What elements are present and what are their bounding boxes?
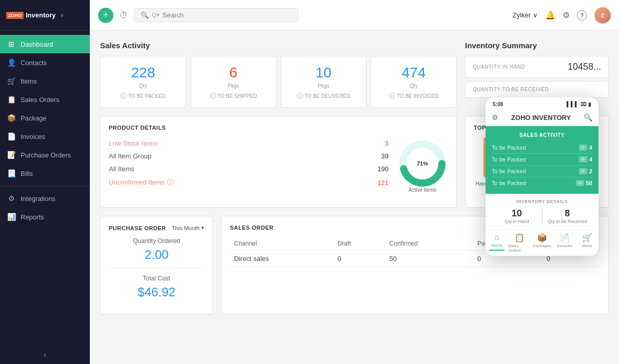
- so-col-channel: Channel: [230, 237, 334, 251]
- mobile-header: ⚙ ZOHO INVENTORY 🔍: [486, 109, 598, 126]
- sales-orders-icon: 📋: [7, 95, 15, 104]
- sidebar-item-purchase-orders[interactable]: 📝 Purchase Orders: [0, 146, 90, 164]
- so-channel: Direct sales: [230, 251, 334, 267]
- mobile-sales-count-2: 2: [589, 168, 592, 174]
- search-input[interactable]: [163, 11, 292, 19]
- mobile-nav-home[interactable]: ⌂ Home: [486, 233, 508, 253]
- mobile-items-icon: 🛒: [582, 233, 592, 242]
- activity-card-to-be-invoiced: 474 Qty ⊙ TO BE INVOICED: [371, 56, 457, 108]
- sidebar-item-contacts[interactable]: 👤 Contacts: [0, 53, 90, 72]
- settings-icon[interactable]: ⚙: [563, 10, 570, 20]
- pd-row-all-item-group: All Item Group 39: [109, 150, 389, 163]
- shipped-sublabel: ⊙ TO BE SHIPPED: [210, 93, 257, 99]
- low-stock-value: 3: [385, 139, 389, 147]
- logo: ZOHO Inventory ∨: [6, 11, 64, 19]
- sidebar-item-dashboard[interactable]: ⊞ Dashboard: [0, 35, 90, 53]
- help-icon[interactable]: ?: [577, 10, 587, 21]
- mobile-items-label: Items: [582, 244, 592, 248]
- dashboard-icon: ⊞: [7, 40, 15, 48]
- mobile-app-name: ZOHO INVENTORY: [511, 114, 571, 122]
- add-icon: +: [103, 10, 109, 21]
- all-item-group-label: All Item Group: [109, 152, 151, 160]
- mobile-sales-section: SALES ACTIVITY To be Packed ⊟ 4 To be Pa…: [486, 126, 598, 194]
- mobile-gear-icon[interactable]: ⚙: [492, 113, 498, 122]
- mobile-nav-invoices[interactable]: 📄 Invoices: [553, 233, 576, 253]
- qty-to-receive-label: QUANTITY TO BE RECEIVED: [473, 87, 549, 92]
- mobile-time: 5:08: [493, 102, 503, 107]
- mobile-inv-qty-hand: 10 Qty in Hand: [492, 208, 542, 224]
- user-menu[interactable]: Zylker ∨: [513, 11, 538, 19]
- avatar[interactable]: Z: [594, 7, 611, 24]
- mobile-signal: ▍▍▍ ⌧ ▮: [567, 102, 591, 107]
- invoiced-icon: ⊙: [389, 93, 395, 99]
- mobile-nav-active-indicator: [489, 250, 505, 251]
- package-icon: 📦: [7, 114, 15, 122]
- qty-in-hand-label: QUANTITY IN HAND: [473, 64, 525, 70]
- so-confirmed: 50: [385, 251, 473, 267]
- mobile-sales-count-1: 4: [589, 156, 592, 163]
- sidebar-item-items[interactable]: 🛒 Items: [0, 72, 90, 90]
- po-period[interactable]: This Month ▾: [172, 225, 204, 231]
- sidebar-item-integrations[interactable]: ⚙ Integrations: [0, 189, 90, 208]
- activity-card-to-be-delivered: 10 Pkgs ⊙ TO BE DELIVERED: [281, 56, 367, 108]
- mobile-badge-icon-1: ⊟: [579, 156, 587, 163]
- contacts-icon: 👤: [7, 58, 15, 67]
- po-period-label: This Month: [172, 225, 200, 231]
- signal-bars: ▍▍▍: [567, 102, 579, 107]
- product-details-content: Low Stock Items 3 All Item Group 39 All …: [109, 137, 448, 190]
- sidebar-item-invoices[interactable]: 📄 Invoices: [0, 127, 90, 146]
- packed-unit: Qty: [139, 83, 147, 89]
- notification-bell[interactable]: 🔔: [545, 10, 555, 20]
- add-button[interactable]: +: [98, 8, 113, 23]
- sidebar-item-package[interactable]: 📦 Package: [0, 109, 90, 127]
- mobile-sales-row-1: To be Packed ⊟ 4: [492, 154, 592, 166]
- po-period-chevron: ▾: [201, 225, 204, 231]
- product-name: Inventory: [26, 11, 56, 19]
- mobile-nav-sales-orders[interactable]: 📋 Sales Orders: [508, 233, 531, 253]
- product-details-card: PRODUCT DETAILS Low Stock Items 3 All It…: [100, 116, 457, 208]
- product-details-title: PRODUCT DETAILS: [109, 125, 448, 131]
- activity-cards: 228 Qty ⊙ TO BE PACKED 6 Pkgs ⊙ TO BE SH…: [100, 56, 457, 108]
- qty-to-receive-card: QUANTITY TO BE RECEIVED: [465, 81, 609, 98]
- history-button[interactable]: ⏱: [120, 11, 128, 20]
- wifi-icon: ⌧: [581, 102, 587, 107]
- qty-in-hand-card: QUANTITY IN HAND 10458...: [465, 56, 609, 78]
- sidebar-item-reports[interactable]: 📊 Reports: [0, 208, 90, 226]
- mobile-sales-label-2: To be Packed: [492, 168, 526, 174]
- mobile-sales-row-0: To be Packed ⊟ 4: [492, 142, 592, 154]
- battery-icon: ▮: [588, 102, 591, 107]
- all-items-value: 190: [377, 165, 389, 173]
- search-dropdown[interactable]: Q▾: [152, 12, 160, 18]
- mobile-inventory-section: INVENTORY DETAILS 10 Qty in Hand 8 Qty t…: [486, 194, 598, 229]
- mobile-sales-count-0: 4: [589, 145, 592, 151]
- sidebar-item-sales-orders[interactable]: 📋 Sales Orders: [0, 90, 90, 109]
- purchase-order-card: PURCHASE ORDER This Month ▾ Quantity Ord…: [100, 216, 213, 314]
- mobile-packages-label: Packages: [533, 244, 551, 248]
- donut-percent: 71%: [417, 160, 428, 167]
- sales-activity-title: Sales Activity: [100, 41, 457, 50]
- mobile-nav-packages[interactable]: 📦 Packages: [531, 233, 553, 253]
- integrations-icon: ⚙: [7, 194, 15, 203]
- sidebar-collapse-button[interactable]: ‹: [0, 346, 90, 364]
- mobile-sales-title: SALES ACTIVITY: [492, 132, 592, 138]
- unconfirmed-value: 121: [377, 179, 389, 187]
- sidebar-label-purchase-orders: Purchase Orders: [21, 151, 71, 159]
- user-chevron: ∨: [533, 11, 538, 19]
- mobile-sales-badge-3: ⊟ 50: [576, 180, 592, 186]
- mobile-nav-items[interactable]: 🛒 Items: [576, 233, 598, 253]
- mobile-packages-icon: 📦: [537, 233, 547, 242]
- mobile-inventory-title: INVENTORY DETAILS: [492, 199, 592, 204]
- packed-qty: 228: [131, 65, 156, 81]
- po-qty-label: Quantity Ordered: [109, 237, 204, 245]
- shipped-unit: Pkgs: [228, 83, 239, 89]
- user-name: Zylker: [513, 11, 531, 19]
- mobile-sales-count-3: 50: [586, 180, 592, 186]
- search-bar[interactable]: 🔍 Q▾: [134, 8, 298, 22]
- pd-row-low-stock: Low Stock Items 3: [109, 137, 389, 150]
- mobile-badge-icon-2: ⊟: [579, 168, 587, 174]
- logo-chevron[interactable]: ∨: [60, 12, 64, 18]
- sidebar-item-bills[interactable]: 📃 Bills: [0, 164, 90, 183]
- sidebar-label-bills: Bills: [21, 170, 33, 177]
- sidebar-label-items: Items: [21, 77, 37, 85]
- mobile-search-icon[interactable]: 🔍: [584, 113, 592, 122]
